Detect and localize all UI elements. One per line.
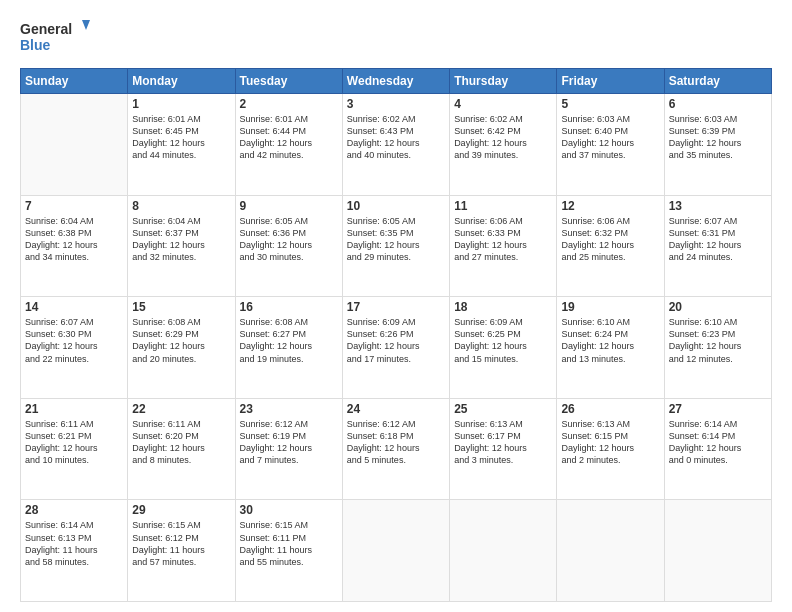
calendar-week-row: 7Sunrise: 6:04 AM Sunset: 6:38 PM Daylig…: [21, 195, 772, 297]
day-info: Sunrise: 6:06 AM Sunset: 6:33 PM Dayligh…: [454, 215, 552, 264]
calendar-header-row: SundayMondayTuesdayWednesdayThursdayFrid…: [21, 69, 772, 94]
day-number: 1: [132, 97, 230, 111]
weekday-header: Sunday: [21, 69, 128, 94]
day-info: Sunrise: 6:02 AM Sunset: 6:42 PM Dayligh…: [454, 113, 552, 162]
day-number: 3: [347, 97, 445, 111]
calendar-cell: 2Sunrise: 6:01 AM Sunset: 6:44 PM Daylig…: [235, 94, 342, 196]
calendar-cell: 7Sunrise: 6:04 AM Sunset: 6:38 PM Daylig…: [21, 195, 128, 297]
weekday-header: Wednesday: [342, 69, 449, 94]
calendar-cell: 13Sunrise: 6:07 AM Sunset: 6:31 PM Dayli…: [664, 195, 771, 297]
weekday-header: Monday: [128, 69, 235, 94]
day-number: 26: [561, 402, 659, 416]
calendar-cell: 9Sunrise: 6:05 AM Sunset: 6:36 PM Daylig…: [235, 195, 342, 297]
calendar-cell: 29Sunrise: 6:15 AM Sunset: 6:12 PM Dayli…: [128, 500, 235, 602]
calendar-cell: 27Sunrise: 6:14 AM Sunset: 6:14 PM Dayli…: [664, 398, 771, 500]
day-number: 7: [25, 199, 123, 213]
day-info: Sunrise: 6:03 AM Sunset: 6:39 PM Dayligh…: [669, 113, 767, 162]
day-info: Sunrise: 6:01 AM Sunset: 6:44 PM Dayligh…: [240, 113, 338, 162]
day-number: 18: [454, 300, 552, 314]
calendar-cell: 20Sunrise: 6:10 AM Sunset: 6:23 PM Dayli…: [664, 297, 771, 399]
day-number: 19: [561, 300, 659, 314]
svg-text:General: General: [20, 21, 72, 37]
day-number: 2: [240, 97, 338, 111]
day-info: Sunrise: 6:15 AM Sunset: 6:12 PM Dayligh…: [132, 519, 230, 568]
calendar-cell: [342, 500, 449, 602]
calendar-cell: [557, 500, 664, 602]
svg-text:Blue: Blue: [20, 37, 51, 53]
calendar-cell: 14Sunrise: 6:07 AM Sunset: 6:30 PM Dayli…: [21, 297, 128, 399]
weekday-header: Thursday: [450, 69, 557, 94]
calendar-cell: 19Sunrise: 6:10 AM Sunset: 6:24 PM Dayli…: [557, 297, 664, 399]
day-number: 5: [561, 97, 659, 111]
day-number: 28: [25, 503, 123, 517]
header: General Blue: [20, 18, 772, 58]
day-number: 23: [240, 402, 338, 416]
calendar-cell: 18Sunrise: 6:09 AM Sunset: 6:25 PM Dayli…: [450, 297, 557, 399]
day-number: 10: [347, 199, 445, 213]
day-info: Sunrise: 6:15 AM Sunset: 6:11 PM Dayligh…: [240, 519, 338, 568]
calendar-cell: [450, 500, 557, 602]
day-number: 4: [454, 97, 552, 111]
page: General Blue SundayMondayTuesdayWednesda…: [0, 0, 792, 612]
calendar-cell: 23Sunrise: 6:12 AM Sunset: 6:19 PM Dayli…: [235, 398, 342, 500]
day-number: 13: [669, 199, 767, 213]
day-number: 6: [669, 97, 767, 111]
day-info: Sunrise: 6:10 AM Sunset: 6:24 PM Dayligh…: [561, 316, 659, 365]
calendar-cell: 30Sunrise: 6:15 AM Sunset: 6:11 PM Dayli…: [235, 500, 342, 602]
calendar-cell: 28Sunrise: 6:14 AM Sunset: 6:13 PM Dayli…: [21, 500, 128, 602]
calendar-cell: 10Sunrise: 6:05 AM Sunset: 6:35 PM Dayli…: [342, 195, 449, 297]
calendar-cell: 24Sunrise: 6:12 AM Sunset: 6:18 PM Dayli…: [342, 398, 449, 500]
day-number: 24: [347, 402, 445, 416]
calendar-cell: 25Sunrise: 6:13 AM Sunset: 6:17 PM Dayli…: [450, 398, 557, 500]
calendar-cell: 11Sunrise: 6:06 AM Sunset: 6:33 PM Dayli…: [450, 195, 557, 297]
day-info: Sunrise: 6:04 AM Sunset: 6:37 PM Dayligh…: [132, 215, 230, 264]
calendar-table: SundayMondayTuesdayWednesdayThursdayFrid…: [20, 68, 772, 602]
day-number: 11: [454, 199, 552, 213]
day-number: 14: [25, 300, 123, 314]
weekday-header: Friday: [557, 69, 664, 94]
calendar-week-row: 1Sunrise: 6:01 AM Sunset: 6:45 PM Daylig…: [21, 94, 772, 196]
calendar-cell: 21Sunrise: 6:11 AM Sunset: 6:21 PM Dayli…: [21, 398, 128, 500]
day-number: 15: [132, 300, 230, 314]
calendar-cell: 16Sunrise: 6:08 AM Sunset: 6:27 PM Dayli…: [235, 297, 342, 399]
day-info: Sunrise: 6:13 AM Sunset: 6:15 PM Dayligh…: [561, 418, 659, 467]
day-info: Sunrise: 6:10 AM Sunset: 6:23 PM Dayligh…: [669, 316, 767, 365]
weekday-header: Tuesday: [235, 69, 342, 94]
day-info: Sunrise: 6:04 AM Sunset: 6:38 PM Dayligh…: [25, 215, 123, 264]
calendar-cell: 12Sunrise: 6:06 AM Sunset: 6:32 PM Dayli…: [557, 195, 664, 297]
day-info: Sunrise: 6:11 AM Sunset: 6:20 PM Dayligh…: [132, 418, 230, 467]
calendar-week-row: 14Sunrise: 6:07 AM Sunset: 6:30 PM Dayli…: [21, 297, 772, 399]
day-info: Sunrise: 6:03 AM Sunset: 6:40 PM Dayligh…: [561, 113, 659, 162]
day-info: Sunrise: 6:08 AM Sunset: 6:27 PM Dayligh…: [240, 316, 338, 365]
logo: General Blue: [20, 18, 90, 58]
day-number: 8: [132, 199, 230, 213]
calendar-week-row: 28Sunrise: 6:14 AM Sunset: 6:13 PM Dayli…: [21, 500, 772, 602]
day-number: 27: [669, 402, 767, 416]
day-info: Sunrise: 6:01 AM Sunset: 6:45 PM Dayligh…: [132, 113, 230, 162]
day-number: 25: [454, 402, 552, 416]
calendar-cell: 22Sunrise: 6:11 AM Sunset: 6:20 PM Dayli…: [128, 398, 235, 500]
calendar-cell: 15Sunrise: 6:08 AM Sunset: 6:29 PM Dayli…: [128, 297, 235, 399]
day-info: Sunrise: 6:06 AM Sunset: 6:32 PM Dayligh…: [561, 215, 659, 264]
calendar-week-row: 21Sunrise: 6:11 AM Sunset: 6:21 PM Dayli…: [21, 398, 772, 500]
day-info: Sunrise: 6:05 AM Sunset: 6:35 PM Dayligh…: [347, 215, 445, 264]
day-number: 20: [669, 300, 767, 314]
day-number: 22: [132, 402, 230, 416]
logo-svg: General Blue: [20, 18, 90, 58]
day-info: Sunrise: 6:09 AM Sunset: 6:26 PM Dayligh…: [347, 316, 445, 365]
day-number: 9: [240, 199, 338, 213]
day-info: Sunrise: 6:11 AM Sunset: 6:21 PM Dayligh…: [25, 418, 123, 467]
weekday-header: Saturday: [664, 69, 771, 94]
calendar-cell: 26Sunrise: 6:13 AM Sunset: 6:15 PM Dayli…: [557, 398, 664, 500]
day-number: 17: [347, 300, 445, 314]
calendar-cell: 8Sunrise: 6:04 AM Sunset: 6:37 PM Daylig…: [128, 195, 235, 297]
day-info: Sunrise: 6:12 AM Sunset: 6:19 PM Dayligh…: [240, 418, 338, 467]
day-info: Sunrise: 6:09 AM Sunset: 6:25 PM Dayligh…: [454, 316, 552, 365]
day-info: Sunrise: 6:14 AM Sunset: 6:14 PM Dayligh…: [669, 418, 767, 467]
day-number: 30: [240, 503, 338, 517]
day-info: Sunrise: 6:07 AM Sunset: 6:31 PM Dayligh…: [669, 215, 767, 264]
calendar-cell: 17Sunrise: 6:09 AM Sunset: 6:26 PM Dayli…: [342, 297, 449, 399]
day-info: Sunrise: 6:02 AM Sunset: 6:43 PM Dayligh…: [347, 113, 445, 162]
calendar-cell: 4Sunrise: 6:02 AM Sunset: 6:42 PM Daylig…: [450, 94, 557, 196]
day-info: Sunrise: 6:12 AM Sunset: 6:18 PM Dayligh…: [347, 418, 445, 467]
